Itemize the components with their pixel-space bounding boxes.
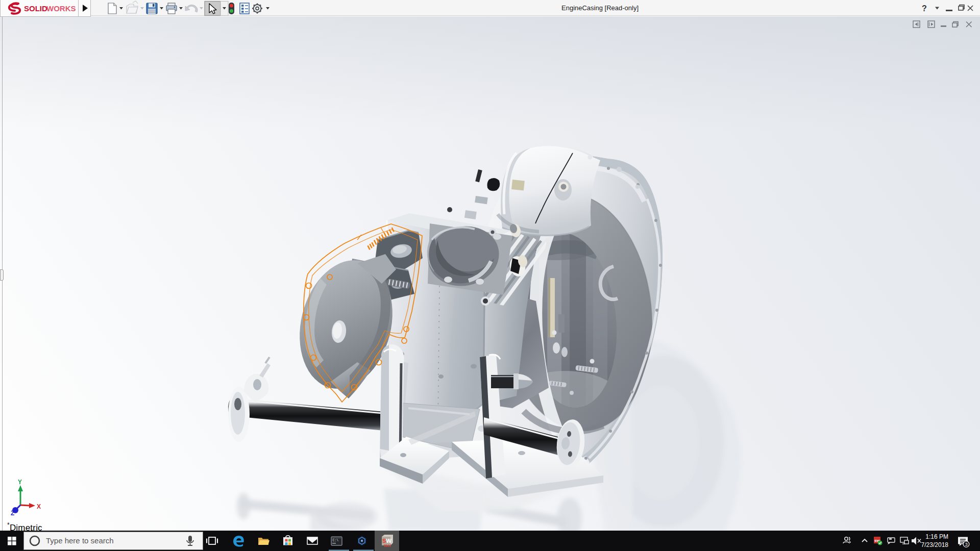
svg-text:Y: Y: [18, 479, 22, 486]
svg-text:Z: Z: [11, 510, 14, 517]
svg-text:W: W: [386, 538, 392, 544]
svg-text:WORKS: WORKS: [46, 4, 76, 13]
svg-text:C:\: C:\: [333, 539, 339, 542]
svg-text:SOLID: SOLID: [24, 4, 47, 13]
svg-text:2017: 2017: [384, 544, 391, 547]
svg-text:?: ?: [922, 4, 927, 13]
svg-text:S: S: [382, 538, 386, 544]
svg-text:3: 3: [965, 541, 968, 547]
svg-text:X: X: [37, 503, 41, 510]
